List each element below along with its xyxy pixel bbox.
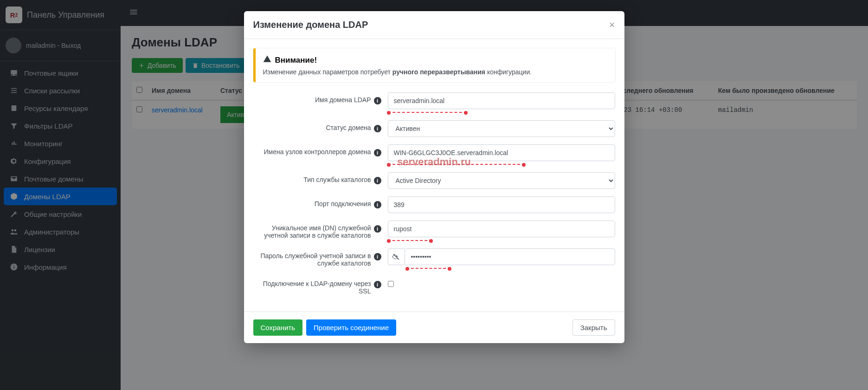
label-dn: Уникальное имя (DN) служебной учетной за… (253, 224, 371, 239)
port-input[interactable] (388, 196, 615, 213)
catalog-type-select[interactable]: Active Directory (388, 172, 615, 189)
domain-name-input[interactable] (388, 92, 615, 109)
info-icon[interactable]: i (374, 125, 381, 132)
label-port: Порт подключения (315, 200, 371, 208)
label-ssl: Подключение к LDAP-домену через SSL (253, 280, 371, 295)
controllers-input[interactable] (388, 144, 615, 161)
password-visibility-icon[interactable] (388, 248, 405, 265)
modal-edit-ldap: Изменение домена LDAP × Внимание! Измене… (244, 11, 624, 343)
warning-text: Изменение данных параметров потребует ру… (263, 68, 608, 76)
modal-title: Изменение домена LDAP (253, 20, 368, 30)
info-icon[interactable]: i (374, 225, 381, 233)
warning-alert: Внимание! Изменение данных параметров по… (253, 48, 615, 82)
annotation-line (388, 240, 432, 241)
annotation-line (406, 268, 450, 269)
label-domain-name: Имя домена LDAP (315, 96, 371, 104)
info-icon[interactable]: i (374, 253, 381, 260)
dn-input[interactable] (388, 221, 615, 237)
label-catalog-type: Тип службы каталогов (303, 176, 371, 183)
info-icon[interactable]: i (374, 97, 381, 104)
close-button[interactable]: Закрыть (572, 319, 615, 336)
modal-backdrop: Изменение домена LDAP × Внимание! Измене… (0, 0, 868, 390)
status-select[interactable]: Активен (388, 120, 615, 137)
modal-header: Изменение домена LDAP × (244, 11, 624, 39)
info-icon[interactable]: i (374, 281, 381, 288)
info-icon[interactable]: i (374, 149, 381, 156)
close-icon[interactable]: × (609, 20, 615, 30)
info-icon[interactable]: i (374, 177, 381, 184)
modal-footer: Сохранить Проверить соединение Закрыть (244, 312, 624, 343)
save-button[interactable]: Сохранить (253, 319, 303, 336)
info-icon[interactable]: i (374, 201, 381, 208)
warning-icon (263, 55, 271, 65)
warning-heading: Внимание! (275, 56, 317, 65)
label-status: Статус домена (326, 124, 371, 131)
password-input[interactable] (405, 248, 615, 265)
check-connection-button[interactable]: Проверить соединение (306, 319, 396, 336)
label-password: Пароль служебной учетной записи в службе… (253, 252, 371, 267)
annotation-line (388, 164, 525, 165)
ssl-checkbox[interactable] (388, 281, 394, 287)
annotation-line (388, 112, 467, 113)
label-controllers: Имена узлов контроллеров домена (264, 148, 371, 156)
